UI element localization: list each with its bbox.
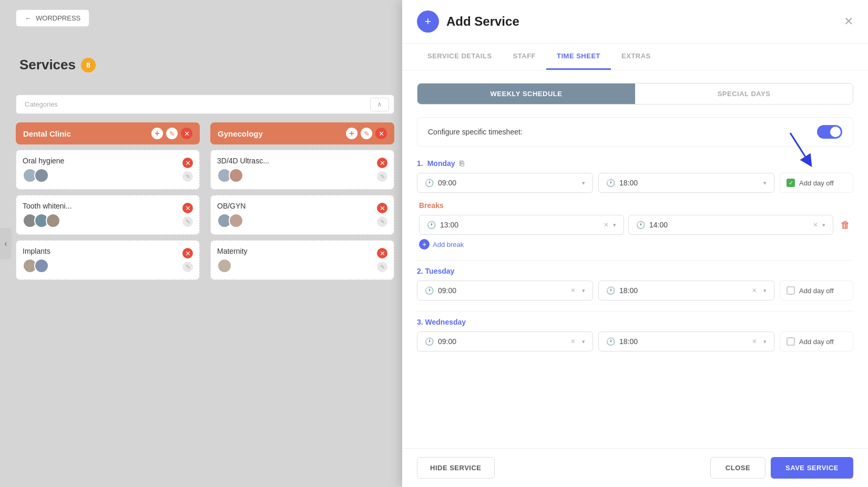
obgyn-avatars <box>217 213 246 228</box>
tab-time-sheet[interactable]: TIME SHEET <box>546 44 611 70</box>
tuesday-start-select[interactable]: 🕐 09:00 ✕ ▾ <box>417 281 593 301</box>
clock-icon-break-start: 🕐 <box>427 221 436 229</box>
clock-icon-tue-end: 🕐 <box>606 286 615 295</box>
modal-icon: + <box>417 11 439 33</box>
monday-time-row: 🕐 09:00 ▾ 🕐 18:00 ▾ ✓ <box>417 173 853 193</box>
tuesday-add-day-off[interactable]: Add day off <box>780 281 853 301</box>
tuesday-end-select[interactable]: 🕐 18:00 ✕ ▾ <box>598 281 774 301</box>
dental-delete-btn[interactable]: ✕ <box>181 128 192 139</box>
toggle-knob <box>830 127 841 137</box>
wednesday-section: 3. Wednesday 🕐 09:00 ✕ ▾ 🕐 18:00 ✕ <box>417 318 853 351</box>
service-name-implants: Implants <box>23 247 50 255</box>
implants-delete-btn[interactable]: ✕ <box>182 248 193 258</box>
special-days-tab[interactable]: SPECIAL DAYS <box>635 84 853 104</box>
tuesday-end-value: 18:00 <box>619 286 748 295</box>
tuesday-dayoff-checkbox <box>787 286 795 295</box>
break-end-clear[interactable]: ✕ <box>813 221 818 229</box>
break-start-select[interactable]: 🕐 13:00 ✕ ▾ <box>419 215 624 235</box>
oral-card-actions: ✕ ✎ <box>182 158 193 182</box>
add-break-btn[interactable]: + Add break <box>419 239 853 250</box>
monday-add-day-off[interactable]: ✓ Add day off <box>780 173 853 193</box>
categories-row: Dental Clinic + ✎ ✕ Oral hygiene ✕ <box>16 122 394 285</box>
tab-staff[interactable]: STAFF <box>503 44 546 70</box>
avatar <box>34 258 49 273</box>
break-start-clear[interactable]: ✕ <box>604 221 609 229</box>
tooth-avatars <box>23 213 72 228</box>
gynecology-name: Gynecology <box>218 129 263 138</box>
service-card-info-implants: Implants <box>23 247 50 273</box>
sidebar-collapse-btn[interactable]: ‹ <box>0 228 12 260</box>
service-card-info-obgyn: OB/GYN <box>217 202 246 228</box>
monday-start-select[interactable]: 🕐 09:00 ▾ <box>417 173 593 193</box>
tuesday-end-clear[interactable]: ✕ <box>752 287 757 294</box>
services-count-badge: 8 <box>81 58 96 72</box>
monday-dayoff-checkbox: ✓ <box>787 179 795 187</box>
save-service-btn[interactable]: SAVE SERVICE <box>771 457 853 479</box>
implants-edit-btn[interactable]: ✎ <box>182 262 193 272</box>
clock-icon: 🕐 <box>425 179 434 187</box>
clock-icon-wed-end: 🕐 <box>606 337 615 346</box>
close-btn[interactable]: CLOSE <box>710 457 765 479</box>
divider-1 <box>417 260 853 261</box>
us-delete-btn[interactable]: ✕ <box>377 158 387 168</box>
monday-start-caret: ▾ <box>582 180 585 186</box>
wp-label: WORDPRESS <box>36 14 80 22</box>
tab-extras[interactable]: EXTRAS <box>611 44 661 70</box>
oral-avatars <box>23 168 64 183</box>
hide-service-btn[interactable]: HIDE SERVICE <box>417 457 495 479</box>
monday-start-value: 09:00 <box>438 179 578 187</box>
dental-add-btn[interactable]: + <box>151 128 163 139</box>
break-start-caret: ▾ <box>613 222 616 229</box>
us-edit-btn[interactable]: ✎ <box>377 171 387 182</box>
clock-icon-tue-start: 🕐 <box>425 286 434 295</box>
gyn-add-btn[interactable]: + <box>346 128 358 139</box>
gyn-edit-btn[interactable]: ✎ <box>361 128 372 139</box>
wednesday-label: 3. Wednesday <box>417 318 853 326</box>
maternity-edit-btn[interactable]: ✎ <box>377 262 387 272</box>
dental-edit-btn[interactable]: ✎ <box>166 128 178 139</box>
break-end-select[interactable]: 🕐 14:00 ✕ ▾ <box>628 215 833 235</box>
gyn-delete-btn[interactable]: ✕ <box>375 128 387 139</box>
service-card-oral-hygiene: Oral hygiene ✕ ✎ <box>16 150 200 190</box>
configure-toggle[interactable] <box>817 125 842 139</box>
service-name-tooth: Tooth whiteni... <box>23 202 72 210</box>
oral-delete-btn[interactable]: ✕ <box>182 158 193 168</box>
wordpress-button[interactable]: ← WORDPRESS <box>16 9 89 27</box>
tab-service-details[interactable]: SERVICE DETAILS <box>417 44 503 70</box>
oral-edit-btn[interactable]: ✎ <box>182 171 193 182</box>
modal-footer: HIDE SERVICE CLOSE SAVE SERVICE <box>402 448 868 487</box>
plus-icon: + <box>425 15 432 28</box>
wednesday-end-caret: ▾ <box>763 338 767 345</box>
gynecology-column: Gynecology + ✎ ✕ 3D/4D Ultrasc... ✕ <box>210 122 394 285</box>
maternity-avatars <box>217 258 248 273</box>
monday-end-select[interactable]: 🕐 18:00 ▾ <box>598 173 774 193</box>
services-title-area: Services 8 <box>19 57 96 73</box>
weekly-schedule-tab[interactable]: WEEKLY SCHEDULE <box>417 84 635 104</box>
break-delete-btn[interactable]: 🗑 <box>838 217 853 233</box>
categories-collapse-btn[interactable]: ∧ <box>370 98 389 111</box>
monday-breaks: Breaks 🕐 13:00 ✕ ▾ 🕐 14:00 ✕ ▾ <box>417 201 853 250</box>
tooth-edit-btn[interactable]: ✎ <box>182 216 193 227</box>
tooth-delete-btn[interactable]: ✕ <box>182 203 193 213</box>
tuesday-start-clear[interactable]: ✕ <box>570 287 576 294</box>
dental-clinic-column: Dental Clinic + ✎ ✕ Oral hygiene ✕ <box>16 122 200 285</box>
monday-copy-icon[interactable]: ⎘ <box>459 159 464 168</box>
avatar <box>34 168 49 183</box>
monday-dayoff-label: Add day off <box>799 179 834 187</box>
service-card-info: Oral hygiene <box>23 157 64 183</box>
us-avatars <box>217 168 269 183</box>
add-break-icon: + <box>419 239 430 250</box>
wednesday-end-clear[interactable]: ✕ <box>752 338 757 345</box>
wednesday-add-day-off[interactable]: Add day off <box>780 331 853 351</box>
modal-close-btn[interactable]: ✕ <box>844 15 853 28</box>
obgyn-delete-btn[interactable]: ✕ <box>377 203 387 213</box>
divider-2 <box>417 311 853 312</box>
wednesday-end-select[interactable]: 🕐 18:00 ✕ ▾ <box>598 331 774 351</box>
wednesday-start-select[interactable]: 🕐 09:00 ✕ ▾ <box>417 331 593 351</box>
clock-icon-end: 🕐 <box>606 179 615 187</box>
dental-clinic-name: Dental Clinic <box>23 129 71 138</box>
maternity-delete-btn[interactable]: ✕ <box>377 248 387 258</box>
obgyn-edit-btn[interactable]: ✎ <box>377 216 387 227</box>
break-start-value: 13:00 <box>440 221 599 229</box>
wednesday-start-clear[interactable]: ✕ <box>570 338 576 345</box>
